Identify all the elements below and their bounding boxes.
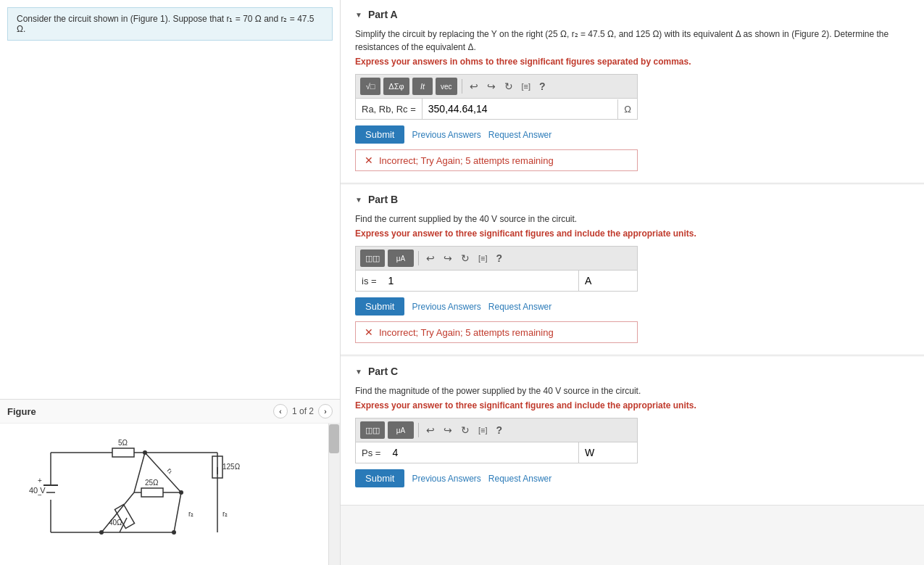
- part-a-description: Simplify the circuit by replacing the Y …: [355, 28, 910, 54]
- figure-nav: ‹ 1 of 2 ›: [273, 404, 333, 418]
- part-c-label: Part C: [368, 366, 398, 377]
- part-c-action-row: Submit Previous Answers Request Answer: [355, 469, 910, 487]
- part-b-header: ▼ Part B: [355, 194, 910, 205]
- part-c-toggle[interactable]: ▼: [355, 368, 362, 376]
- right-panel: ▼ Part A Simplify the circuit by replaci…: [341, 0, 924, 565]
- part-b-unit-btn[interactable]: μA: [388, 249, 414, 267]
- part-c-refresh-icon[interactable]: ↻: [458, 423, 473, 437]
- part-a-status: ✕ Incorrect; Try Again; 5 attempts remai…: [355, 149, 638, 171]
- part-a-italic-btn[interactable]: It: [412, 78, 433, 95]
- part-b-status: ✕ Incorrect; Try Again; 5 attempts remai…: [355, 321, 638, 343]
- svg-text:r₁: r₁: [166, 466, 175, 476]
- part-a-toggle[interactable]: ▼: [355, 11, 362, 19]
- toolbar-sep-c1: [418, 423, 419, 437]
- svg-rect-24: [141, 488, 163, 497]
- part-a-refresh-icon[interactable]: ↻: [501, 79, 516, 94]
- part-c-description: Find the magnitude of the power supplied…: [355, 384, 910, 397]
- part-c-request-answer-btn[interactable]: Request Answer: [488, 474, 552, 484]
- part-a-section: ▼ Part A Simplify the circuit by replaci…: [341, 0, 924, 183]
- part-c-unit-input[interactable]: W: [579, 442, 637, 463]
- scroll-track[interactable]: [328, 424, 340, 565]
- part-b-label: Part B: [368, 194, 398, 205]
- part-b-description: Find the current supplied by the 40 V so…: [355, 213, 910, 226]
- figure-scroll-area[interactable]: + − 40 V 5Ω: [0, 424, 340, 565]
- problem-statement: Consider the circuit shown in (Figure 1)…: [7, 7, 333, 41]
- part-b-redo-icon[interactable]: ↪: [441, 251, 455, 265]
- svg-line-27: [134, 453, 145, 492]
- figure-page: 1 of 2: [292, 406, 314, 416]
- figure-header: Figure ‹ 1 of 2 ›: [0, 400, 340, 424]
- part-b-table-icon[interactable]: [≡]: [475, 252, 491, 264]
- part-a-status-text: Incorrect; Try Again; 5 attempts remaini…: [379, 155, 554, 166]
- figure-title: Figure: [7, 406, 36, 417]
- part-c-redo-icon[interactable]: ↪: [441, 423, 455, 437]
- svg-text:40 V: 40 V: [29, 486, 46, 495]
- svg-rect-10: [112, 448, 134, 457]
- part-b-grid-btn[interactable]: ◫◫: [360, 249, 385, 267]
- part-a-toolbar: √□ ΔΣφ It vec ↩ ↪ ↻ [≡] ?: [355, 74, 638, 98]
- scroll-thumb[interactable]: [329, 424, 339, 453]
- svg-text:5Ω: 5Ω: [118, 439, 128, 447]
- part-b-error-icon: ✕: [365, 326, 373, 338]
- svg-line-35: [174, 492, 181, 532]
- part-b-refresh-icon[interactable]: ↻: [458, 251, 473, 265]
- part-a-undo-icon[interactable]: ↩: [467, 79, 481, 94]
- part-b-answer-label: is =: [356, 271, 383, 291]
- part-a-instruction: Express your answers in ohms to three si…: [355, 57, 910, 67]
- part-a-help-icon[interactable]: ?: [536, 79, 549, 94]
- part-a-redo-icon[interactable]: ↪: [484, 79, 499, 94]
- part-b-submit-btn[interactable]: Submit: [355, 297, 404, 316]
- part-a-answer-input[interactable]: 350,44.64,14: [422, 99, 618, 119]
- problem-text: Consider the circuit shown in (Figure 1)…: [17, 14, 315, 34]
- part-b-undo-icon[interactable]: ↩: [423, 251, 438, 265]
- part-c-grid-btn[interactable]: ◫◫: [360, 421, 385, 439]
- part-b-help-icon[interactable]: ?: [494, 251, 506, 265]
- circuit-diagram: + − 40 V 5Ω: [0, 424, 312, 558]
- toolbar-sep-b1: [418, 251, 419, 265]
- part-c-previous-answers-btn[interactable]: Previous Answers: [412, 474, 480, 484]
- part-b-instruction: Express your answer to three significant…: [355, 228, 910, 239]
- part-c-help-icon[interactable]: ?: [494, 423, 506, 437]
- svg-text:+: +: [38, 477, 42, 484]
- part-b-answer-input[interactable]: 1: [383, 271, 579, 291]
- figure-area: Figure ‹ 1 of 2 ›: [0, 399, 340, 565]
- svg-text:r₂: r₂: [222, 510, 228, 518]
- part-c-instruction: Express your answer to three significant…: [355, 400, 910, 411]
- part-a-action-row: Submit Previous Answers Request Answer: [355, 125, 910, 144]
- part-b-section: ▼ Part B Find the current supplied by th…: [341, 185, 924, 355]
- toolbar-sep-1: [462, 79, 462, 94]
- part-b-unit-input[interactable]: A: [579, 271, 637, 291]
- svg-text:25Ω: 25Ω: [145, 479, 159, 487]
- part-c-undo-icon[interactable]: ↩: [423, 423, 438, 437]
- part-c-answer-input[interactable]: 4: [386, 442, 579, 463]
- left-panel: Consider the circuit shown in (Figure 1)…: [0, 0, 341, 565]
- part-c-answer-label: Ps =: [356, 443, 386, 463]
- circuit-svg: + − 40 V 5Ω: [7, 431, 261, 554]
- part-a-math-btn[interactable]: √□: [360, 78, 380, 95]
- part-a-request-answer-btn[interactable]: Request Answer: [488, 130, 552, 140]
- part-b-status-text: Incorrect; Try Again; 5 attempts remaini…: [379, 327, 554, 338]
- figure-next-btn[interactable]: ›: [318, 404, 333, 418]
- part-b-toggle[interactable]: ▼: [355, 196, 362, 204]
- part-a-previous-answers-btn[interactable]: Previous Answers: [412, 130, 480, 140]
- part-c-unit-btn[interactable]: μA: [388, 421, 414, 439]
- part-a-vec-btn[interactable]: vec: [436, 78, 457, 95]
- part-c-header: ▼ Part C: [355, 366, 910, 377]
- part-a-submit-btn[interactable]: Submit: [355, 125, 404, 144]
- figure-prev-btn[interactable]: ‹: [273, 404, 288, 418]
- part-b-answer-row: is = 1 A: [355, 270, 638, 292]
- part-c-table-icon[interactable]: [≡]: [475, 424, 491, 436]
- part-a-table-icon[interactable]: [≡]: [519, 81, 534, 92]
- part-b-toolbar: ◫◫ μA ↩ ↪ ↻ [≡] ?: [355, 246, 638, 270]
- part-c-submit-btn[interactable]: Submit: [355, 469, 404, 487]
- part-a-greek-btn[interactable]: ΔΣφ: [383, 78, 409, 95]
- part-a-label: Part A: [368, 9, 398, 20]
- part-a-answer-unit: Ω: [617, 99, 637, 119]
- part-b-request-answer-btn[interactable]: Request Answer: [488, 302, 552, 312]
- part-a-header: ▼ Part A: [355, 9, 910, 20]
- part-c-answer-row: Ps = 4 W: [355, 442, 638, 463]
- part-a-error-icon: ✕: [365, 154, 373, 166]
- part-b-previous-answers-btn[interactable]: Previous Answers: [412, 302, 480, 312]
- part-c-toolbar: ◫◫ μA ↩ ↪ ↻ [≡] ?: [355, 418, 638, 442]
- svg-text:125Ω: 125Ω: [222, 463, 241, 471]
